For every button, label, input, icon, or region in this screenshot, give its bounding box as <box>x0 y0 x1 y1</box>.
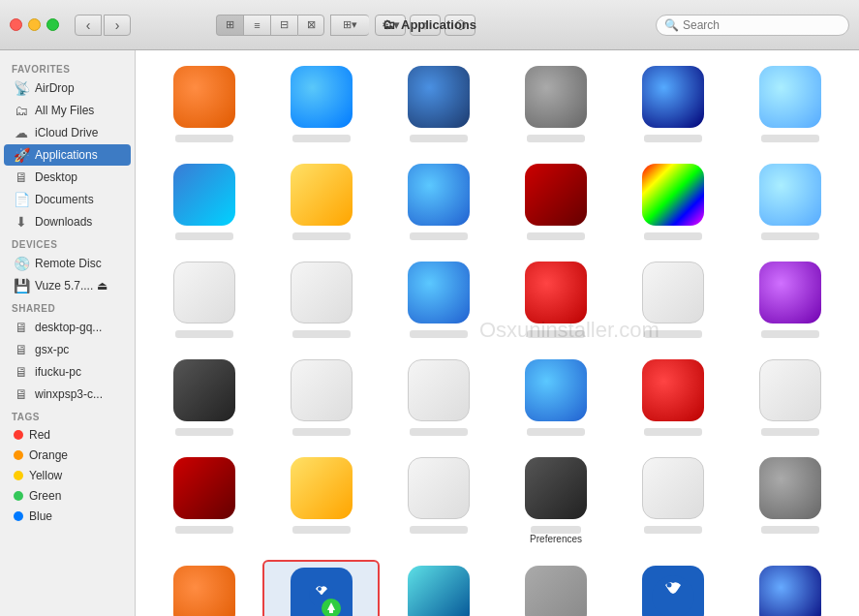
sidebar-item-desktop[interactable]: 🖥 Desktop <box>4 167 131 188</box>
list-item[interactable] <box>615 60 732 148</box>
app-label-blur <box>527 428 585 436</box>
list-item[interactable] <box>145 60 262 148</box>
main-content: Favorites 📡 AirDrop 🗂 All My Files ☁ iCl… <box>0 50 859 616</box>
list-item[interactable] <box>380 354 497 442</box>
icloud-icon: ☁ <box>14 125 29 140</box>
list-item[interactable] <box>497 60 614 148</box>
list-item[interactable] <box>262 60 380 148</box>
app-label-blur <box>292 330 351 338</box>
vuze-uninstaller-svg <box>298 575 345 616</box>
list-item[interactable] <box>615 354 732 442</box>
list-item[interactable] <box>732 158 849 246</box>
sidebar-item-all-my-files[interactable]: 🗂 All My Files <box>4 100 131 121</box>
list-item[interactable] <box>732 451 849 550</box>
list-item[interactable] <box>497 354 614 442</box>
close-button[interactable] <box>10 18 22 31</box>
sidebar-label-ifucku-pc: ifucku-pc <box>35 365 81 379</box>
list-item[interactable] <box>497 158 614 246</box>
navigation-buttons: ‹ › <box>75 15 131 36</box>
list-item[interactable] <box>380 451 497 550</box>
sidebar-item-tag-green[interactable]: Green <box>4 486 131 506</box>
list-item[interactable] <box>145 158 262 246</box>
sidebar-item-applications[interactable]: 🚀 Applications <box>4 144 131 166</box>
list-item[interactable] <box>380 256 497 344</box>
search-input[interactable] <box>683 18 841 32</box>
app-icon <box>291 164 353 226</box>
sidebar-item-ifucku-pc[interactable]: 🖥 ifucku-pc <box>4 361 131 383</box>
vuze-uninstaller-icon <box>291 568 353 616</box>
airdrop-icon: 📡 <box>14 80 29 96</box>
view-icon-button[interactable]: ⊞ <box>216 15 243 36</box>
view-list-button[interactable]: ≡ <box>243 15 270 36</box>
view-cover-button[interactable]: ⊠ <box>297 15 324 36</box>
vuze-svg <box>650 573 696 616</box>
list-item[interactable] <box>262 158 380 246</box>
list-item[interactable] <box>732 560 849 616</box>
sidebar-label-tag-blue: Blue <box>29 509 52 523</box>
forward-button[interactable]: › <box>104 15 131 36</box>
sidebar-label-tag-orange: Orange <box>29 448 68 462</box>
list-item[interactable] <box>380 60 497 148</box>
sidebar-label-icloud: iCloud Drive <box>35 126 98 139</box>
list-item[interactable] <box>380 158 497 246</box>
app-label-blur <box>527 232 585 240</box>
list-item[interactable] <box>732 354 849 442</box>
sidebar-label-desktop: Desktop <box>35 170 77 184</box>
search-box[interactable]: 🔍 <box>656 15 849 36</box>
sidebar-item-winxpsp3[interactable]: 🖥 winxpsp3-c... <box>4 384 131 405</box>
sidebar-item-remote-disc[interactable]: 💿 Remote Disc <box>4 253 131 274</box>
app-icon <box>759 359 821 421</box>
sidebar-item-airdrop[interactable]: 📡 AirDrop <box>4 77 131 99</box>
minimize-button[interactable] <box>28 18 41 31</box>
app-label-blur <box>410 526 468 534</box>
list-item[interactable] <box>145 256 262 344</box>
list-item[interactable]: Preferences <box>497 451 614 550</box>
sidebar-item-tag-blue[interactable]: Blue <box>4 507 131 526</box>
svg-point-6 <box>667 583 672 588</box>
sidebar-item-tag-yellow[interactable]: Yellow <box>4 466 131 485</box>
list-item[interactable] <box>145 560 262 616</box>
list-item[interactable] <box>380 560 497 616</box>
app-label-blur <box>761 526 819 534</box>
sidebar-item-icloud-drive[interactable]: ☁ iCloud Drive <box>4 122 131 143</box>
sidebar-item-downloads[interactable]: ⬇ Downloads <box>4 211 131 232</box>
sidebar-item-tag-red[interactable]: Red <box>4 425 131 445</box>
list-item-vuze[interactable]: Vuze <box>615 560 732 616</box>
list-item[interactable] <box>262 354 380 442</box>
sidebar-label-winxpsp3: winxpsp3-c... <box>35 387 103 401</box>
sidebar-item-tag-orange[interactable]: Orange <box>4 446 131 465</box>
list-item[interactable] <box>732 256 849 344</box>
list-item[interactable] <box>615 158 732 246</box>
list-item[interactable] <box>145 354 262 442</box>
app-label-blur <box>531 526 581 534</box>
app-label-blur <box>175 232 233 240</box>
file-grid: Preferences <box>145 60 849 616</box>
sidebar-label-tag-red: Red <box>29 428 50 442</box>
view-mode-group: ⊞ ≡ ⊟ ⊠ <box>216 15 324 36</box>
app-icon <box>525 164 587 226</box>
view-column-button[interactable]: ⊟ <box>270 15 297 36</box>
app-label-blur <box>410 135 468 142</box>
list-item-vuze-uninstaller[interactable]: Uninstaller forVuze <box>262 560 380 616</box>
sidebar-item-desktop-gq[interactable]: 🖥 desktop-gq... <box>4 317 131 338</box>
app-icon <box>642 262 704 323</box>
vuze-icon <box>642 566 704 616</box>
list-item[interactable] <box>732 60 849 148</box>
sidebar-item-gsx-pc[interactable]: 🖥 gsx-pc <box>4 339 131 360</box>
maximize-button[interactable] <box>46 18 59 31</box>
list-item[interactable] <box>615 256 732 344</box>
list-item[interactable] <box>262 451 380 550</box>
app-label-blur <box>292 428 351 436</box>
list-item[interactable] <box>262 256 380 344</box>
list-item[interactable] <box>497 560 614 616</box>
list-item[interactable] <box>615 451 732 550</box>
sort-button[interactable]: ⊞▾ <box>330 15 369 36</box>
sidebar-item-documents[interactable]: 📄 Documents <box>4 189 131 210</box>
sidebar-label-downloads: Downloads <box>35 215 92 229</box>
back-button[interactable]: ‹ <box>75 15 102 36</box>
traffic-lights <box>10 18 59 31</box>
list-item[interactable] <box>497 256 614 344</box>
sidebar-item-vuze-drive[interactable]: 💾 Vuze 5.7.... ⏏ <box>4 275 131 296</box>
app-icon <box>173 164 235 226</box>
list-item[interactable] <box>145 451 262 550</box>
